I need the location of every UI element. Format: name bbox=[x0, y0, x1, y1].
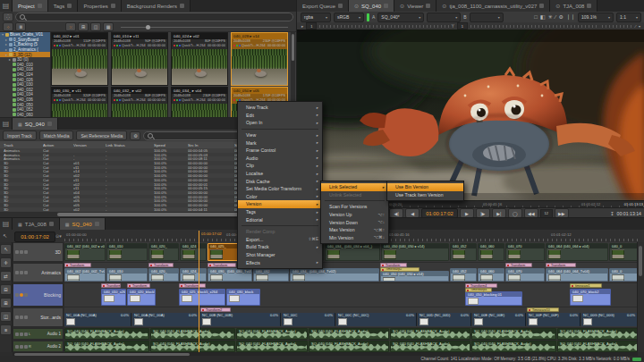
clip[interactable]: 040_060 bbox=[478, 243, 504, 261]
media-thumbnail[interactable]: 040_034_ ▸ v042048x1038230F @24FPSQuickT… bbox=[171, 87, 228, 117]
lock-icon[interactable] bbox=[15, 333, 19, 336]
track-header-3d[interactable]: 3D bbox=[13, 242, 64, 262]
clip[interactable]: 040_034_ (040_034_Tv02) bbox=[290, 268, 379, 282]
tag-icon[interactable] bbox=[24, 293, 28, 297]
menu-item-min-version[interactable]: Min Version⌥⌘↓ bbox=[321, 234, 388, 242]
slider-knob[interactable] bbox=[146, 25, 150, 29]
menu-item-mark[interactable]: Mark▸ bbox=[238, 139, 322, 147]
match-media-button[interactable]: Match Media bbox=[39, 130, 74, 140]
panel-menu-icon[interactable]: ▤ bbox=[0, 0, 13, 12]
gain-value[interactable]: 1 bbox=[306, 22, 317, 29]
media-thumbnail[interactable]: 040_028 ▸ v142048x1038230F @24FPSQuickTi… bbox=[231, 32, 288, 86]
media-thumbnail[interactable]: 040_002 ▸ v012048x1038110F @24FPSQuickTi… bbox=[51, 32, 108, 86]
tab-tja-008-1100-camassts-utility-v027[interactable]: ⊙tja_008_1100_camassts_utility_v027 bbox=[436, 0, 550, 12]
clip[interactable]: SQ_040 (040_FLASHBACK_Audio) bbox=[236, 328, 308, 340]
menu-item-use-track-item-version[interactable]: Use Track Item Version bbox=[387, 191, 463, 199]
effect-strip[interactable]: Transform bbox=[505, 263, 532, 267]
menu-item-link-selected[interactable]: Link Selected▸ bbox=[321, 183, 388, 191]
clip[interactable]: NC_00E (NC_00E)0.0% bbox=[472, 313, 526, 326]
clip[interactable]: NC_00A (NC_00A)0.0% bbox=[64, 313, 131, 326]
clip[interactable]: NC_00G (NC_00G)0.0% bbox=[581, 313, 638, 326]
proxy-toggle[interactable]: □ bbox=[534, 14, 538, 20]
clip[interactable]: SQ_040 (040_FLASHBACK_Audio) bbox=[150, 341, 235, 352]
menu-item-effects[interactable]: Effects▸ bbox=[238, 258, 322, 266]
clip[interactable]: 040_002 (040_002_Tv01) bbox=[64, 268, 106, 282]
menu-item-audio[interactable]: Audio▸ bbox=[238, 155, 322, 163]
gamma-value[interactable]: 1 bbox=[457, 22, 468, 29]
menu-item-open-in[interactable]: Open In▸ bbox=[238, 119, 322, 127]
clip[interactable]: 040_0 bbox=[609, 243, 638, 261]
tab-export-queue[interactable]: Export Queue bbox=[297, 0, 349, 12]
menu-item-color[interactable]: Color▸ bbox=[238, 193, 322, 201]
tag-icon[interactable] bbox=[24, 316, 28, 319]
multi-tool[interactable]: ↖ bbox=[0, 244, 12, 255]
close-icon[interactable] bbox=[180, 4, 184, 8]
clip[interactable]: NC_00C0.0% bbox=[282, 313, 335, 326]
clip[interactable]: 040_050 (040_050 ▸ v14) bbox=[381, 243, 449, 261]
set-reference-media-button[interactable]: Set Reference Media bbox=[76, 130, 127, 140]
viewer-settings-button[interactable]: ⚙ bbox=[559, 14, 564, 20]
effect-strip[interactable]: TimeWarp4 bbox=[465, 288, 492, 292]
tag-icon[interactable] bbox=[24, 271, 28, 274]
effect-strip[interactable]: Transform bbox=[208, 263, 236, 267]
tab-sq-040[interactable]: ⊙SQ_040 bbox=[349, 0, 394, 12]
track-header-audio-1[interactable]: LAudio 1 bbox=[13, 328, 64, 340]
clip[interactable]: 040_034_ (040_034 ▸ v04_) bbox=[325, 243, 380, 261]
track-header-animatics[interactable]: Animatics bbox=[13, 263, 64, 282]
clip[interactable]: SQ_040 (040_FLASHBACK_Audio) bbox=[64, 328, 149, 340]
close-icon[interactable] bbox=[47, 122, 52, 126]
clip[interactable]: SQ_040 (040_FLASHBACK_Audio) bbox=[471, 341, 556, 352]
poster-frame-button[interactable]: ⁘ bbox=[3, 22, 13, 31]
effect-strip[interactable]: Transform bbox=[148, 263, 174, 267]
clip[interactable]: 040_070 bbox=[505, 243, 545, 261]
monitor-icon[interactable] bbox=[20, 345, 23, 349]
gain-slider[interactable] bbox=[319, 25, 448, 28]
close-icon[interactable] bbox=[587, 4, 591, 8]
clip[interactable]: 040_032 bbox=[253, 268, 289, 282]
overlay-toggle[interactable]: ∕ bbox=[555, 14, 556, 20]
timeline-playhead[interactable] bbox=[199, 231, 199, 352]
clip[interactable]: 040_030_ (040_030_Tv05) bbox=[208, 268, 252, 282]
media-thumbnail[interactable]: 040_024 ▸ v022048x103880F @24FPSQuickTi…… bbox=[171, 32, 228, 86]
thumbnail-size-slider[interactable] bbox=[121, 27, 288, 28]
detail-view-button[interactable]: ◫ bbox=[90, 22, 101, 31]
list-view-button[interactable]: ≣ bbox=[15, 22, 26, 31]
menu-item-localise[interactable]: Localise▸ bbox=[238, 170, 322, 178]
tab-sq_040[interactable]: ▦SQ_040 bbox=[60, 218, 106, 230]
clip[interactable]: SQ_040 (040_FLASHBACK_Audio) bbox=[390, 328, 470, 340]
menu-item-frame-control[interactable]: Frame Control▸ bbox=[238, 147, 322, 155]
clip[interactable]: 040_030_block bbox=[226, 289, 260, 306]
clip[interactable]: 040_024_ bbox=[180, 268, 207, 282]
clip[interactable]: NC_00A (NC_00A)0.0% bbox=[132, 313, 199, 326]
menu-item-max-version[interactable]: Max Version⌥⌘↑ bbox=[321, 226, 388, 234]
column-header[interactable]: Speed bbox=[154, 143, 184, 147]
column-header[interactable]: Link Status bbox=[106, 143, 145, 147]
clip[interactable]: SQ_040 (040_FLASHBACK_Audio) bbox=[150, 328, 235, 340]
buffer-a-dropdown[interactable]: SQ_040*▾ bbox=[377, 13, 424, 22]
tab-background-renders[interactable]: Background Renders bbox=[122, 0, 191, 12]
razor-tool[interactable]: ≡ bbox=[0, 324, 12, 335]
menu-item-build-track[interactable]: Build Track▸ bbox=[238, 243, 322, 251]
clip[interactable]: 040_052 bbox=[450, 268, 477, 282]
effect-strip[interactable]: TimeWarp2 bbox=[380, 267, 419, 272]
menu-item-export-[interactable]: Export...⇧⌘E bbox=[238, 236, 322, 244]
track-header-stor-ards[interactable]: Stor...ards bbox=[13, 307, 64, 327]
close-icon[interactable] bbox=[539, 4, 544, 8]
close-icon[interactable] bbox=[38, 4, 42, 8]
clip[interactable]: 040_020_ bbox=[148, 243, 179, 261]
clip[interactable]: SQ_040 (040_FLASHBACK_Audio) bbox=[390, 341, 470, 352]
mask-toggle[interactable]: ✳ bbox=[548, 14, 553, 20]
effect-strip[interactable]: timewarp1 bbox=[570, 283, 602, 288]
bin-item[interactable]: ▾Blues_Crabs_V01 bbox=[0, 32, 50, 38]
menu-item-editorial[interactable]: Editorial▸ bbox=[238, 215, 322, 223]
lock-icon[interactable] bbox=[15, 271, 19, 274]
effect-strip[interactable]: Transform bbox=[127, 283, 150, 288]
column-header[interactable]: Src In bbox=[188, 143, 233, 147]
menu-item-disk-cache[interactable]: Disk Cache▸ bbox=[238, 177, 322, 185]
lut-dropdown[interactable]: sRGB▾ bbox=[334, 13, 364, 22]
clock-dropdown[interactable]: ⊙▾ bbox=[55, 233, 62, 239]
clip[interactable]: 040_050_blocking 01 bbox=[465, 291, 522, 306]
tag-icon[interactable] bbox=[24, 250, 28, 254]
column-header[interactable]: Action bbox=[43, 143, 70, 147]
lock-icon[interactable] bbox=[15, 316, 19, 319]
